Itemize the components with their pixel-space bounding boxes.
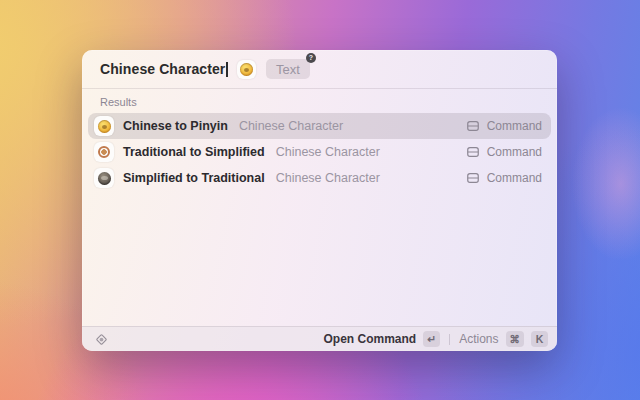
dark-stamp-extension-icon [94, 168, 114, 188]
footer-bar: Open Command ↵ Actions ⌘ K [82, 326, 557, 351]
results-section-header: Results [88, 94, 551, 113]
result-type-label: Command [487, 171, 542, 185]
search-bar[interactable]: Chinese Character Text ? [82, 50, 557, 88]
desktop-wallpaper: Chinese Character Text ? Results Chinese… [0, 0, 640, 400]
results-list: Results Chinese to Pinyin Chinese Charac… [82, 89, 557, 326]
footer-actions-group: Open Command ↵ Actions ⌘ K [323, 331, 548, 347]
result-subtitle: Chinese Character [276, 145, 380, 159]
result-title: Simplified to Traditional [123, 171, 265, 185]
footer-separator [449, 334, 450, 345]
result-row-simplified-to-traditional[interactable]: Simplified to Traditional Chinese Charac… [88, 165, 551, 191]
text-cursor [226, 62, 228, 77]
raycast-window: Chinese Character Text ? Results Chinese… [82, 50, 557, 351]
result-type-label: Command [487, 119, 542, 133]
result-title: Traditional to Simplified [123, 145, 265, 159]
gold-circle-extension-icon [94, 116, 114, 136]
gold-circle-icon [98, 120, 111, 133]
chinese-character-extension-icon [237, 60, 256, 79]
command-type-icon [466, 119, 480, 133]
raycast-logo-icon [94, 332, 109, 347]
command-type-icon [466, 171, 480, 185]
result-row-chinese-to-pinyin[interactable]: Chinese to Pinyin Chinese Character Comm… [88, 113, 551, 139]
command-type-icon [466, 145, 480, 159]
result-row-traditional-to-simplified[interactable]: Traditional to Simplified Chinese Charac… [88, 139, 551, 165]
return-key-icon: ↵ [423, 331, 440, 347]
search-input[interactable]: Chinese Character [100, 61, 225, 77]
result-title: Chinese to Pinyin [123, 119, 228, 133]
dark-stamp-icon [98, 172, 111, 185]
result-type-label: Command [487, 145, 542, 159]
actions-button[interactable]: Actions [459, 332, 498, 346]
result-subtitle: Chinese Character [276, 171, 380, 185]
result-subtitle: Chinese Character [239, 119, 343, 133]
gold-circle-icon [240, 63, 253, 76]
orange-ring-icon [98, 146, 110, 158]
help-badge-icon: ? [306, 53, 316, 63]
cmd-key-icon: ⌘ [506, 331, 525, 347]
open-command-button[interactable]: Open Command [323, 332, 416, 346]
argument-tag-wrap: Text ? [266, 59, 310, 79]
orange-ring-extension-icon [94, 142, 114, 162]
argument-tag-text[interactable]: Text [266, 59, 310, 79]
k-key-icon: K [531, 331, 548, 347]
